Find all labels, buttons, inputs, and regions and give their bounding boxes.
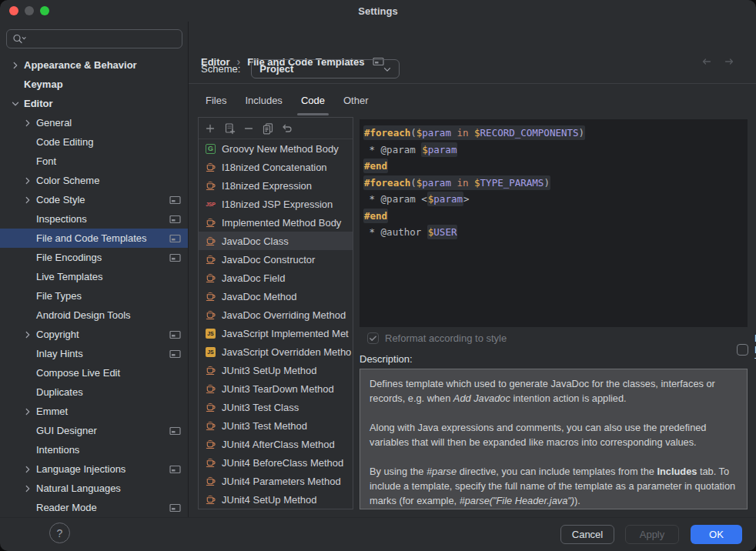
reformat-checkbox[interactable] bbox=[367, 332, 379, 344]
sidebar-item-compose-live-edit[interactable]: Compose Live Edit bbox=[0, 363, 188, 382]
chevron-right-icon[interactable] bbox=[22, 117, 36, 129]
sidebar-item-color-scheme[interactable]: Color Scheme bbox=[0, 171, 188, 190]
template-item-junit4-afterclass-method[interactable]: JUnit4 AfterClass Method bbox=[199, 435, 353, 453]
chevron-down-icon bbox=[382, 64, 393, 75]
tab-other[interactable]: Other bbox=[334, 88, 378, 116]
template-item-junit3-test-method[interactable]: JUnit3 Test Method bbox=[199, 416, 353, 435]
template-item-junit4-beforeclass-method[interactable]: JUnit4 BeforeClass Method bbox=[199, 453, 353, 472]
sidebar-item-emmet[interactable]: Emmet bbox=[0, 402, 188, 421]
sidebar-item-file-types[interactable]: File Types bbox=[0, 286, 188, 306]
sidebar-item-code-editing[interactable]: Code Editing bbox=[0, 132, 188, 152]
template-item-label: JUnit3 Test Method bbox=[222, 420, 307, 432]
sidebar-item-file-and-code-templates[interactable]: File and Code Templates bbox=[0, 229, 188, 248]
enable-live-templates-checkbox[interactable] bbox=[737, 344, 748, 356]
template-item-i18nized-jsp-expression[interactable]: JSPI18nized JSP Expression bbox=[199, 195, 353, 213]
chevron-right-icon[interactable] bbox=[22, 175, 36, 187]
chevron-right-icon[interactable] bbox=[22, 329, 36, 341]
template-item-javascript-implemented-met[interactable]: JSJavaScript Implemented Met bbox=[199, 324, 353, 342]
chevron-right-icon[interactable] bbox=[22, 463, 36, 476]
sidebar-item-general[interactable]: General bbox=[0, 113, 188, 132]
template-item-i18nized-expression[interactable]: I18nized Expression bbox=[199, 176, 353, 195]
template-item-javadoc-constructor[interactable]: JavaDoc Constructor bbox=[199, 250, 353, 269]
sidebar-item-duplicates[interactable]: Duplicates bbox=[0, 382, 188, 402]
java-icon bbox=[205, 383, 216, 395]
sidebar-item-code-style[interactable]: Code Style bbox=[0, 190, 188, 209]
search-input[interactable] bbox=[6, 29, 182, 48]
template-item-label: JUnit4 BeforeClass Method bbox=[222, 457, 343, 469]
zoom-window-button[interactable] bbox=[40, 6, 49, 15]
sidebar-item-live-templates[interactable]: Live Templates bbox=[0, 267, 188, 286]
sidebar-item-reader-mode[interactable]: Reader Mode bbox=[0, 498, 188, 517]
close-window-button[interactable] bbox=[9, 6, 18, 15]
sidebar-item-label: Intentions bbox=[36, 444, 79, 456]
chevron-right-icon[interactable] bbox=[10, 59, 24, 72]
template-item-javadoc-class[interactable]: JavaDoc Class bbox=[199, 232, 353, 250]
template-code-editor[interactable]: #foreach($param in $RECORD_COMPONENTS) *… bbox=[360, 119, 748, 327]
duplicate-button[interactable] bbox=[262, 122, 274, 135]
sidebar-item-appearance-behavior[interactable]: Appearance & Behavior bbox=[0, 55, 188, 75]
template-item-implemented-method-body[interactable]: Implemented Method Body bbox=[199, 213, 353, 232]
highlight-span: $USER bbox=[427, 225, 458, 239]
groovy-icon: G bbox=[205, 143, 216, 155]
traffic-lights bbox=[9, 6, 49, 15]
chevron-right-icon[interactable] bbox=[22, 406, 36, 418]
sidebar-item-copyright[interactable]: Copyright bbox=[0, 325, 188, 344]
chevron-spacer bbox=[10, 78, 24, 91]
add-button[interactable] bbox=[204, 122, 216, 135]
screen-icon bbox=[169, 349, 181, 359]
tab-code[interactable]: Code bbox=[292, 88, 334, 116]
reset-to-default-button[interactable] bbox=[281, 122, 293, 135]
template-item-groovy-new-method-body[interactable]: GGroovy New Method Body bbox=[199, 139, 353, 158]
description-text[interactable]: Defines template which used to generate … bbox=[360, 369, 748, 509]
chevron-spacer bbox=[22, 367, 36, 379]
template-item-i18nized-concatenation[interactable]: I18nized Concatenation bbox=[199, 158, 353, 176]
chevron-spacer bbox=[22, 252, 36, 264]
template-item-javadoc-method[interactable]: JavaDoc Method bbox=[199, 287, 353, 306]
code-line: #end bbox=[363, 208, 748, 225]
remove-button[interactable] bbox=[243, 122, 255, 135]
template-item-javascript-overridden-metho[interactable]: JSJavaScript Overridden Metho bbox=[199, 342, 353, 361]
template-item-javadoc-field[interactable]: JavaDoc Field bbox=[199, 269, 353, 287]
chevron-spacer bbox=[22, 271, 36, 283]
sidebar-item-language-injections[interactable]: Language Injections bbox=[0, 459, 188, 479]
template-item-junit4-parameters-method[interactable]: JUnit4 Parameters Method bbox=[199, 472, 353, 490]
template-item-junit4-setup-method[interactable]: JUnit4 SetUp Method bbox=[199, 490, 353, 509]
sidebar-item-gui-designer[interactable]: GUI Designer bbox=[0, 421, 188, 440]
code-line: #end bbox=[363, 158, 748, 175]
template-item-junit3-test-class[interactable]: JUnit3 Test Class bbox=[199, 398, 353, 416]
help-button[interactable]: ? bbox=[49, 523, 70, 543]
sidebar-item-editor[interactable]: Editor bbox=[0, 94, 188, 113]
code-line: * @param <$param> bbox=[363, 191, 748, 208]
chevron-down-icon[interactable] bbox=[10, 98, 24, 110]
template-item-label: JavaDoc Class bbox=[222, 235, 289, 247]
chevron-right-icon[interactable] bbox=[22, 483, 36, 495]
create-child-template-button[interactable] bbox=[223, 122, 236, 135]
ok-button[interactable]: OK bbox=[691, 525, 742, 544]
scheme-dropdown[interactable]: Project bbox=[251, 59, 400, 78]
tab-files[interactable]: Files bbox=[196, 88, 236, 116]
tab-includes[interactable]: Includes bbox=[236, 88, 291, 116]
sidebar-item-label: Android Design Tools bbox=[36, 309, 131, 321]
template-item-label: JUnit3 Test Class bbox=[222, 402, 299, 413]
sidebar-item-android-design-tools[interactable]: Android Design Tools bbox=[0, 306, 188, 325]
sidebar-item-natural-languages[interactable]: Natural Languages bbox=[0, 479, 188, 498]
sidebar-item-keymap[interactable]: Keymap bbox=[0, 75, 188, 94]
sidebar-item-label: Live Templates bbox=[36, 271, 102, 282]
sidebar-item-inspections[interactable]: Inspections bbox=[0, 209, 188, 229]
template-item-label: JavaScript Overridden Metho bbox=[222, 346, 351, 358]
sidebar-item-label: Inspections bbox=[36, 213, 87, 225]
sidebar-item-inlay-hints[interactable]: Inlay Hints bbox=[0, 344, 188, 363]
chevron-right-icon[interactable] bbox=[22, 194, 36, 206]
template-item-junit3-teardown-method[interactable]: JUnit3 TearDown Method bbox=[199, 379, 353, 398]
divider bbox=[189, 83, 756, 84]
sidebar-item-intentions[interactable]: Intentions bbox=[0, 440, 188, 459]
forward-arrow-icon[interactable] bbox=[723, 55, 735, 68]
template-item-javadoc-overriding-method[interactable]: JavaDoc Overriding Method bbox=[199, 306, 353, 324]
back-arrow-icon[interactable] bbox=[701, 55, 713, 68]
chevron-spacer bbox=[22, 213, 36, 225]
sidebar-item-file-encodings[interactable]: File Encodings bbox=[0, 248, 188, 267]
cancel-button[interactable]: Cancel bbox=[560, 525, 614, 544]
template-item-junit3-setup-method[interactable]: JUnit3 SetUp Method bbox=[199, 361, 353, 379]
sidebar-item-font[interactable]: Font bbox=[0, 152, 188, 171]
jsp-icon: JSP bbox=[205, 199, 216, 210]
